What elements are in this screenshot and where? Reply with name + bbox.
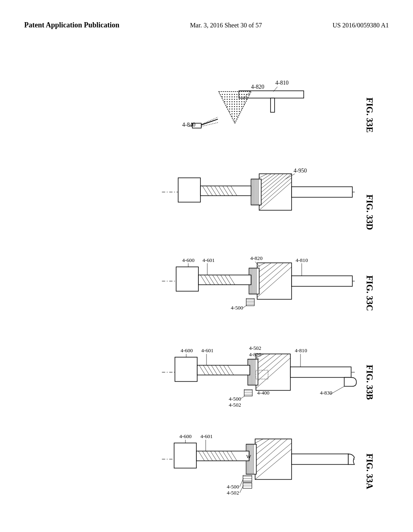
fig33a-label: FIG. 33A (365, 453, 375, 489)
label-4820b: 4-820 (249, 351, 261, 357)
label-4810e: 4-810 (275, 79, 289, 86)
label-4600c: 4-600 (182, 257, 195, 263)
label-4601a: 4-601 (200, 433, 213, 439)
fig33a-scallop (348, 454, 355, 464)
label-4500c: 4-500 (231, 305, 243, 311)
patent-page: Patent Application Publication Mar. 3, 2… (0, 0, 413, 532)
label-4810b: 4-810 (295, 347, 307, 353)
publication-title: Patent Application Publication (24, 20, 119, 30)
fig33b-left-box (175, 357, 197, 381)
fig33e-spray1 (201, 117, 218, 125)
label-4601b: 4-601 (201, 347, 213, 353)
label-4601c: 4-601 (202, 257, 215, 263)
fig33b-shaft-right (290, 367, 351, 377)
fig33b-label: FIG. 33B (365, 365, 375, 400)
fig33c-outer (257, 263, 292, 299)
leader-4500c (243, 305, 246, 308)
fig33c-connector (198, 275, 251, 285)
fig33e-stem (271, 98, 275, 112)
label-4810c: 4-810 (296, 257, 308, 263)
label-4820c: 4-820 (250, 255, 263, 261)
leader-4502a (240, 486, 243, 493)
label-4600b: 4-600 (181, 347, 193, 353)
label-4500a: 4-500 (227, 484, 239, 490)
label-4840: 4-840 (182, 121, 196, 128)
fig33a-left-box (174, 443, 196, 468)
fig33a-connector (196, 451, 249, 461)
label-W: W (246, 453, 251, 459)
label-4600a: 4-600 (179, 433, 192, 439)
patent-number: US 2016/0059380 A1 (332, 20, 389, 31)
fig33e-nozzle-line (200, 119, 218, 125)
fig33d-shaft-right (292, 187, 353, 197)
fig33a-shaft-right (292, 454, 348, 464)
patent-drawing: FIG. 33E 4-820 4-810 (24, 62, 389, 516)
fig33c-label: FIG. 33C (365, 275, 375, 311)
fig33e-cone-fill (219, 93, 250, 122)
label-4502b2: 4-502 (229, 402, 241, 408)
label-4502b: 4-502 (249, 345, 261, 351)
page-header: Patent Application Publication Mar. 3, 2… (0, 20, 413, 31)
fig33a-502-box (243, 483, 252, 488)
leader-4500b (241, 396, 244, 399)
fig33d-left-box (178, 178, 200, 202)
label-4950: 4-950 (294, 167, 307, 174)
label-4500b: 4-500 (229, 396, 241, 402)
fig33b-connector (197, 365, 250, 375)
drawing-area: FIG. 33E 4-820 4-810 (24, 62, 389, 516)
fig33b-outer (256, 354, 290, 390)
fig33b-bump (344, 377, 357, 386)
label-4400b: 4-400 (257, 390, 270, 396)
sheet-info: Mar. 3, 2016 Sheet 30 of 57 (190, 20, 262, 31)
fig33d-inner1 (251, 179, 261, 205)
fig33d-label: FIG. 33D (365, 194, 375, 230)
fig33c-left-box (176, 267, 198, 291)
label-4820e: 4-820 (251, 83, 264, 90)
fig33c-shaft-right (292, 276, 353, 286)
fig33e-label: FIG. 33E (365, 98, 375, 133)
label-4830b: 4-830 (320, 390, 332, 396)
label-4502a: 4-502 (227, 490, 239, 496)
